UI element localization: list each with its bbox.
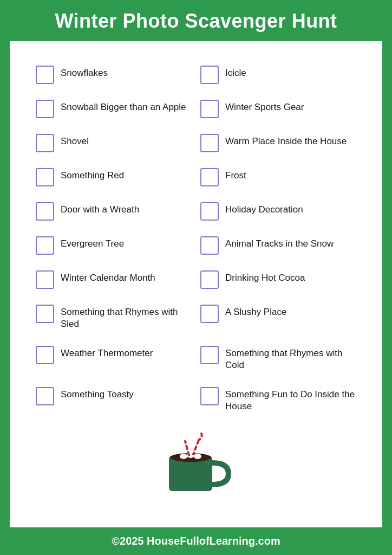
checkbox-left-3[interactable]: [36, 168, 54, 186]
checklist-item-left-9: Something Toasty: [31, 379, 196, 420]
checklist-item-left-5: Evergreen Tree: [31, 228, 196, 262]
checkbox-left-4[interactable]: [36, 202, 54, 221]
checklist-item-left-1: Snowball Bigger than an Apple: [31, 92, 196, 126]
svg-point-4: [194, 454, 201, 459]
checkbox-right-4[interactable]: [200, 202, 219, 221]
checkbox-right-9[interactable]: [200, 387, 219, 405]
checklist-item-right-6: Drinking Hot Cocoa: [196, 262, 361, 296]
svg-line-8: [193, 440, 199, 454]
checkbox-right-1[interactable]: [200, 100, 219, 118]
item-label-left-5: Evergreen Tree: [61, 236, 124, 250]
checkbox-right-3[interactable]: [200, 168, 219, 186]
checklist-item-right-1: Winter Sports Gear: [196, 92, 361, 126]
checkbox-right-8[interactable]: [200, 346, 219, 364]
checklist-item-right-3: Frost: [196, 160, 361, 194]
checkbox-right-6[interactable]: [200, 270, 219, 289]
svg-point-2: [180, 454, 187, 459]
page-footer: ©2025 HouseFullofLearning.com: [0, 527, 392, 555]
item-label-left-7: Something that Rhymes with Sled: [61, 304, 192, 330]
checklist-item-left-6: Winter Calendar Month: [31, 262, 196, 296]
checkbox-right-7[interactable]: [200, 305, 219, 323]
checklist-item-left-8: Weather Thermometer: [31, 338, 196, 379]
item-label-right-0: Icicle: [225, 65, 246, 79]
checkbox-right-0[interactable]: [200, 66, 219, 84]
page-header: Winter Photo Scavenger Hunt: [0, 0, 392, 41]
checklist-item-right-0: Icicle: [196, 57, 361, 92]
checklist-item-right-5: Animal Tracks in the Snow: [196, 228, 361, 262]
item-label-right-2: Warm Place Inside the House: [225, 133, 347, 147]
item-label-right-7: A Slushy Place: [225, 304, 286, 318]
checkbox-left-0[interactable]: [36, 66, 54, 84]
checkbox-right-2[interactable]: [200, 134, 219, 152]
item-label-left-9: Something Toasty: [61, 386, 134, 401]
checkbox-left-5[interactable]: [36, 236, 54, 255]
checkbox-right-5[interactable]: [200, 236, 219, 255]
checkbox-left-1[interactable]: [36, 100, 54, 118]
checklist-item-right-2: Warm Place Inside the House: [196, 126, 361, 160]
item-label-left-6: Winter Calendar Month: [61, 270, 155, 284]
checklist-item-left-7: Something that Rhymes with Sled: [31, 296, 196, 338]
item-label-right-9: Something Fun to Do Inside the House: [225, 386, 356, 412]
checklist-item-right-7: A Slushy Place: [196, 296, 361, 338]
item-label-right-8: Something that Rhymes with Cold: [225, 345, 356, 371]
item-label-left-8: Weather Thermometer: [61, 345, 153, 359]
item-label-right-3: Frost: [225, 167, 246, 182]
checklist-item-right-8: Something that Rhymes with Cold: [196, 338, 361, 379]
checklist-item-right-9: Something Fun to Do Inside the House: [196, 379, 361, 420]
item-label-left-0: Snowflakes: [61, 65, 108, 79]
item-label-right-1: Winter Sports Gear: [225, 99, 304, 113]
checklist-item-left-4: Door with a Wreath: [31, 194, 196, 228]
mug-illustration: [31, 426, 361, 496]
checklist-grid: Snowflakes Icicle Snowball Bigger than a…: [31, 57, 361, 421]
item-label-right-6: Drinking Hot Cocoa: [225, 270, 305, 284]
checkbox-left-8[interactable]: [36, 346, 54, 364]
svg-line-6: [185, 441, 189, 455]
checkbox-left-7[interactable]: [36, 305, 54, 323]
footer-text: ©2025 HouseFullofLearning.com: [11, 535, 381, 547]
checklist-item-left-3: Something Red: [31, 160, 196, 194]
item-label-left-2: Shovel: [61, 133, 89, 147]
item-label-left-3: Something Red: [61, 167, 124, 182]
page-title: Winter Photo Scavenger Hunt: [11, 10, 381, 33]
item-label-left-1: Snowball Bigger than an Apple: [61, 99, 186, 113]
checkbox-left-9[interactable]: [36, 387, 54, 405]
checkbox-left-2[interactable]: [36, 134, 54, 152]
checklist-item-left-2: Shovel: [31, 126, 196, 160]
item-label-left-4: Door with a Wreath: [61, 202, 139, 216]
checklist-item-left-0: Snowflakes: [31, 57, 196, 92]
item-label-right-4: Holiday Decoration: [225, 202, 303, 216]
item-label-right-5: Animal Tracks in the Snow: [225, 236, 334, 250]
checkbox-left-6[interactable]: [36, 270, 54, 289]
content-area: Snowflakes Icicle Snowball Bigger than a…: [10, 41, 382, 527]
checklist-item-right-4: Holiday Decoration: [196, 194, 361, 228]
